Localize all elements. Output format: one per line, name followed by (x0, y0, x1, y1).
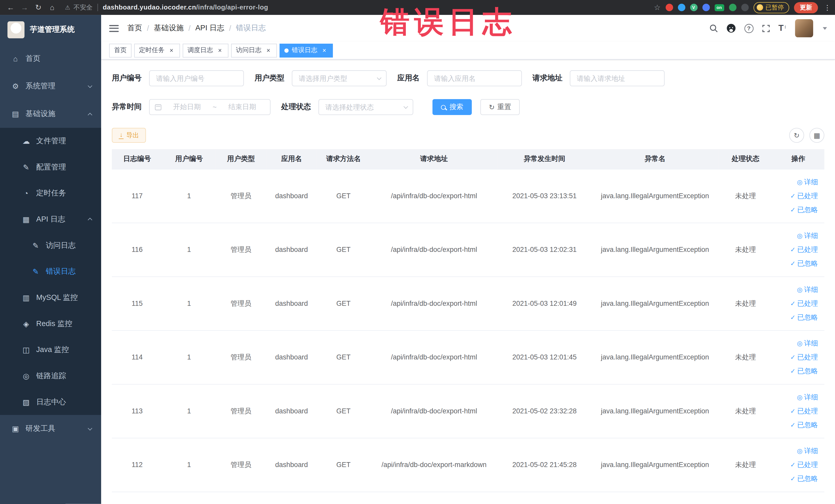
refresh-button[interactable]: ↻ (789, 128, 804, 143)
cell-app-name: dashboard (266, 169, 317, 223)
sidebar-item-file-management[interactable]: ☁ 文件管理 (0, 128, 101, 154)
forward-icon[interactable]: → (18, 2, 31, 13)
process-status-select[interactable] (319, 99, 413, 115)
mark-processed-link[interactable]: ✓已处理 (790, 243, 818, 257)
breadcrumb-home[interactable]: 首页 (127, 23, 142, 33)
table-row: 115 1 管理员 dashboard GET /api/infra/db-do… (112, 277, 824, 330)
sidebar-item-api-log[interactable]: ▦ API 日志 (0, 206, 101, 233)
mark-ignored-link[interactable]: ✓已忽略 (790, 472, 818, 485)
process-status-select-input[interactable] (319, 99, 413, 115)
breadcrumb-infrastructure[interactable]: 基础设施 (154, 23, 184, 33)
chevron-down-icon[interactable] (823, 27, 827, 29)
close-icon[interactable]: × (265, 47, 272, 54)
mark-processed-link[interactable]: ✓已处理 (790, 458, 818, 472)
end-date-input[interactable]: 结束日期 (220, 102, 265, 112)
tag-schedule-log[interactable]: 调度日志 × (183, 43, 228, 57)
mark-ignored-link[interactable]: ✓已忽略 (790, 418, 818, 432)
github-icon[interactable] (726, 23, 736, 33)
sidebar-item-mysql-monitor[interactable]: ▥ MySQL 监控 (0, 284, 101, 311)
extension-icon-drop[interactable] (678, 4, 685, 11)
tag-home[interactable]: 首页 (109, 43, 131, 57)
close-icon[interactable]: × (216, 47, 224, 54)
detail-link[interactable]: ◎详细 (797, 444, 818, 458)
sidebar-item-java-monitor[interactable]: ◫ Java 监控 (0, 337, 101, 363)
start-date-input[interactable]: 开始日期 (165, 102, 209, 112)
refresh-icon: ↻ (489, 103, 495, 111)
close-icon[interactable]: × (321, 47, 328, 54)
sidebar-item-log-center[interactable]: ▧ 日志中心 (0, 389, 101, 415)
address-bar[interactable]: ⚠ 不安全 dashboard.yudao.iocoder.cn/infra/l… (65, 3, 268, 12)
leaf-extension-icon[interactable] (729, 4, 736, 11)
paused-extension-badge[interactable]: 已暂停 (753, 2, 789, 13)
user-id-input[interactable] (149, 70, 244, 86)
extension-icon-dark[interactable] (741, 4, 749, 11)
mark-processed-link[interactable]: ✓已处理 (790, 404, 818, 418)
cell-user-id: 1 (162, 169, 216, 223)
column-settings-button[interactable]: ▦ (809, 128, 824, 143)
user-type-select-input[interactable] (292, 70, 387, 86)
sidebar-item-system-management[interactable]: ⚙ 系统管理 (0, 73, 101, 100)
detail-link[interactable]: ◎详细 (797, 390, 818, 404)
detail-link[interactable]: ◎详细 (797, 229, 818, 243)
exception-time-range-picker[interactable]: 开始日期 ~ 结束日期 (149, 99, 270, 115)
close-icon[interactable]: × (168, 47, 175, 54)
cell-request-url: /api/infra/db-doc/export-html (370, 330, 498, 384)
on-badge-icon[interactable]: on (714, 4, 724, 11)
browser-update-button[interactable]: 更新 (794, 2, 818, 13)
fullscreen-icon[interactable] (762, 24, 770, 32)
extension-icon-red[interactable] (665, 4, 673, 11)
sidebar-item-access-log[interactable]: ✎ 访问日志 (0, 233, 101, 259)
tag-error-log[interactable]: 错误日志 × (280, 43, 333, 57)
screen: ← → ↻ ⌂ ⚠ 不安全 dashboard.yudao.iocoder.cn… (0, 0, 835, 504)
mark-processed-link[interactable]: ✓已处理 (790, 189, 818, 203)
sidebar-item-config-management[interactable]: ✎ 配置管理 (0, 154, 101, 180)
user-type-select[interactable] (292, 70, 387, 86)
mark-processed-link[interactable]: ✓已处理 (790, 350, 818, 364)
mysql-icon: ▥ (21, 293, 31, 302)
sidebar-item-redis-monitor[interactable]: ◈ Redis 监控 (0, 310, 101, 337)
search-icon[interactable] (709, 24, 718, 32)
browser-home-icon[interactable]: ⌂ (46, 2, 59, 13)
tag-scheduled-tasks[interactable]: 定时任务 × (134, 43, 180, 57)
sidebar-toggle[interactable] (109, 25, 119, 32)
request-url-input[interactable] (570, 70, 665, 86)
tag-access-log[interactable]: 访问日志 × (231, 43, 277, 57)
extension-icon-grid[interactable] (702, 4, 710, 11)
cell-user-type: 管理员 (216, 277, 266, 330)
detail-link[interactable]: ◎详细 (797, 175, 818, 189)
sidebar-item-dev-tools[interactable]: ▣ 研发工具 (0, 415, 101, 443)
cell-exception-time: 2021-05-03 12:01:45 (498, 330, 591, 384)
detail-link[interactable]: ◎详细 (797, 336, 818, 350)
browser-menu-icon[interactable]: ⋮ (824, 3, 831, 11)
font-size-icon[interactable]: T↕ (778, 23, 787, 33)
mark-ignored-link[interactable]: ✓已忽略 (790, 257, 818, 270)
app-name-input[interactable] (427, 70, 522, 86)
mark-ignored-link[interactable]: ✓已忽略 (790, 310, 818, 324)
sidebar-item-trace[interactable]: ◎ 链路追踪 (0, 363, 101, 389)
bookmark-star-icon[interactable]: ☆ (654, 3, 660, 12)
search-button[interactable]: 搜索 (432, 99, 472, 115)
chevron-down-icon (88, 426, 93, 430)
sidebar-item-infrastructure[interactable]: ▤ 基础设施 (0, 100, 101, 128)
back-icon[interactable]: ← (4, 2, 17, 13)
filter-row-1: 用户编号 用户类型 应用名 请求 (112, 70, 824, 86)
reload-icon[interactable]: ↻ (32, 2, 45, 13)
mark-ignored-link[interactable]: ✓已忽略 (790, 364, 818, 378)
reset-button[interactable]: ↻ 重置 (480, 99, 520, 115)
access-log-icon: ✎ (31, 241, 40, 249)
breadcrumb-api-log[interactable]: API 日志 (195, 23, 224, 33)
export-button[interactable]: ↓ 导出 (112, 128, 146, 143)
process-status-label: 处理状态 (281, 102, 311, 112)
detail-link[interactable]: ◎详细 (797, 283, 818, 297)
cell-exception-name: java.lang.IllegalArgumentException (591, 169, 719, 223)
column-header-app-name: 应用名 (266, 149, 317, 169)
sidebar-item-home[interactable]: ⌂ 首页 (0, 45, 101, 73)
sidebar-item-scheduled-tasks[interactable]: ◔ 定时任务 (0, 180, 101, 206)
avatar[interactable] (795, 19, 813, 38)
vue-devtools-icon[interactable]: V (690, 4, 697, 11)
mark-ignored-link[interactable]: ✓已忽略 (790, 203, 818, 217)
help-icon[interactable]: ? (745, 24, 753, 33)
mark-processed-link[interactable]: ✓已处理 (790, 297, 818, 310)
devtools-icon: ▣ (11, 424, 20, 433)
sidebar-item-error-log[interactable]: ✎ 错误日志 (0, 258, 101, 284)
